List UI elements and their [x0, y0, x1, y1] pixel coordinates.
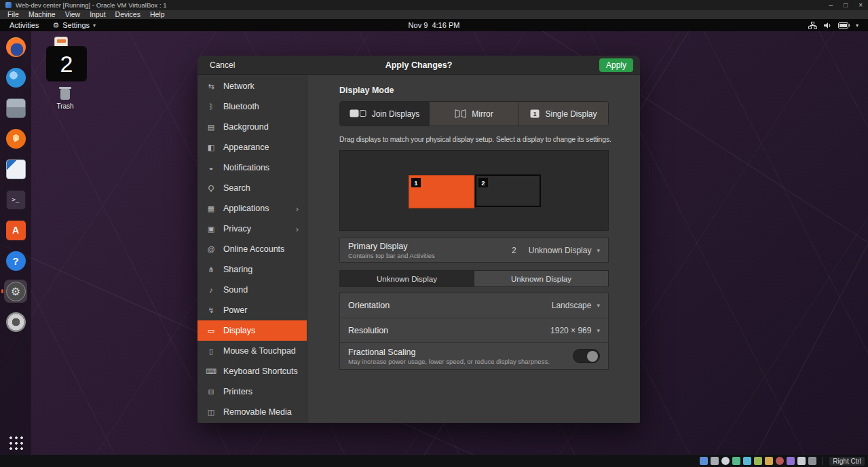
- trash-icon: [60, 89, 70, 100]
- toggle-knob: [587, 351, 598, 362]
- sidebar-item-displays[interactable]: ▭ Displays: [197, 320, 307, 341]
- monitor-1[interactable]: 1: [409, 175, 474, 208]
- orientation-row[interactable]: Orientation Landscape ▾: [340, 293, 608, 318]
- activities-button[interactable]: Activities: [0, 21, 48, 29]
- dock-firefox-icon[interactable]: [4, 35, 27, 58]
- status-network-icon[interactable]: [743, 457, 751, 465]
- fractional-scaling-label: Fractional Scaling: [348, 348, 550, 357]
- status-optical-disk-icon[interactable]: [721, 457, 730, 465]
- minimize-icon[interactable]: –: [829, 2, 833, 9]
- status-features-icon[interactable]: [787, 457, 795, 465]
- sidebar-item-keyboard-shortcuts[interactable]: ⌨ Keyboard Shortcuts: [197, 361, 307, 381]
- sidebar-item-online-accounts[interactable]: @ Online Accounts: [197, 239, 307, 259]
- primary-display-dropdown[interactable]: 2 Unknown Display ▾: [512, 246, 600, 255]
- gear-icon: ⚙: [52, 21, 59, 30]
- tab-unknown-display-1[interactable]: Unknown Display: [339, 270, 474, 287]
- menu-view[interactable]: View: [60, 10, 86, 19]
- sidebar-item-printers[interactable]: ⊟ Printers: [197, 381, 307, 402]
- sidebar-item-power[interactable]: ↯ Power: [197, 300, 307, 320]
- status-hard-disk-icon[interactable]: [711, 457, 719, 465]
- sidebar-item-notifications[interactable]: ◒ Notifications: [197, 157, 307, 178]
- sharing-icon: ⋔: [206, 265, 216, 274]
- dock-screenshot-icon[interactable]: [4, 310, 27, 333]
- sidebar-item-sharing[interactable]: ⋔ Sharing: [197, 259, 307, 280]
- dock-rhythmbox-icon[interactable]: ♪: [4, 127, 27, 150]
- resolution-dropdown[interactable]: 1920 × 969 ▾: [550, 326, 600, 335]
- single-display-button[interactable]: 1 Single Display: [518, 102, 608, 126]
- trash-desktop-icon[interactable]: Trash: [50, 89, 80, 110]
- sidebar-item-privacy[interactable]: ▣ Privacy ›: [197, 219, 307, 239]
- rhythmbox-icon: ♪: [6, 129, 26, 149]
- sidebar-item-background[interactable]: ▤ Background: [197, 117, 307, 137]
- displays-panel: Display Mode Join Displays: [307, 75, 640, 423]
- close-icon[interactable]: ×: [858, 2, 863, 9]
- gnome-topbar: Activities ⚙ Settings ▾ Nov 9 4:16 PM ▾: [0, 19, 868, 31]
- menu-help[interactable]: Help: [145, 10, 170, 19]
- sidebar-item-bluetooth[interactable]: ᛒ Bluetooth: [197, 96, 307, 117]
- status-usb-icon[interactable]: [754, 457, 762, 465]
- join-displays-button[interactable]: Join Displays: [340, 102, 429, 126]
- status-mouse-icon[interactable]: [797, 457, 806, 465]
- libreoffice-writer-icon: [6, 160, 26, 179]
- chevron-down-icon: ▾: [597, 247, 600, 254]
- removable-media-icon: ◫: [206, 408, 216, 417]
- sidebar-item-removable-media[interactable]: ◫ Removable Media: [197, 402, 307, 422]
- orientation-value: Landscape: [552, 301, 592, 310]
- system-menu[interactable]: ▾: [808, 22, 858, 29]
- monitor-2-badge: 2: [478, 178, 488, 187]
- sidebar-label: Printers: [223, 387, 252, 396]
- clock-button[interactable]: Nov 9 4:16 PM: [409, 21, 460, 29]
- sidebar-item-mouse-touchpad[interactable]: ▯ Mouse & Touchpad: [197, 341, 307, 361]
- status-keyboard-icon[interactable]: [808, 457, 816, 465]
- primary-display-number: 2: [512, 246, 516, 255]
- single-display-icon: 1: [530, 109, 540, 118]
- status-audio-icon[interactable]: [732, 457, 740, 465]
- settings-window: Cancel Apply Changes? Apply ⇆ Network ᛒ …: [197, 56, 640, 423]
- dialog-title: Apply Changes?: [385, 60, 453, 70]
- vbox-menubar: File Machine View Input Devices Help: [0, 10, 868, 19]
- vbox-titlebar: Web-dev center [Running] - Oracle VM Vir…: [0, 0, 868, 10]
- status-shared-folders-icon[interactable]: [765, 457, 773, 465]
- fractional-scaling-toggle[interactable]: [573, 349, 600, 363]
- status-display-icon[interactable]: [700, 457, 708, 465]
- svg-text:1: 1: [533, 111, 537, 117]
- tab-unknown-display-2[interactable]: Unknown Display: [474, 270, 609, 287]
- orientation-dropdown[interactable]: Landscape ▾: [552, 301, 600, 310]
- mirror-button[interactable]: Mirror: [429, 102, 518, 126]
- dock-libreoffice-writer-icon[interactable]: [4, 157, 27, 181]
- firefox-icon: [6, 37, 26, 57]
- status-recording-icon[interactable]: [776, 457, 784, 465]
- restore-icon[interactable]: □: [844, 2, 848, 9]
- show-applications-icon[interactable]: [7, 434, 24, 451]
- sidebar-label: Bluetooth: [223, 102, 259, 111]
- monitor-2[interactable]: 2: [475, 174, 541, 207]
- menu-devices[interactable]: Devices: [111, 10, 145, 19]
- background-icon: ▤: [206, 123, 216, 132]
- dock-files-icon[interactable]: [4, 96, 27, 119]
- apply-button[interactable]: Apply: [599, 58, 633, 72]
- menu-machine[interactable]: Machine: [24, 10, 60, 19]
- resolution-row[interactable]: Resolution 1920 × 969 ▾: [340, 318, 608, 342]
- search-icon: Ϙ: [206, 184, 216, 192]
- chevron-down-icon: ▾: [93, 22, 96, 29]
- dock-settings-icon[interactable]: ⚙: [4, 280, 27, 303]
- dock-terminal-icon[interactable]: >_: [4, 188, 27, 211]
- printer-icon: ⊟: [206, 388, 216, 396]
- host-key-indicator: Right Ctrl: [829, 457, 865, 466]
- display-mode-label: Display Mode: [339, 86, 609, 95]
- sidebar-item-appearance[interactable]: ◧ Appearance: [197, 137, 307, 157]
- app-menu-settings[interactable]: ⚙ Settings ▾: [48, 21, 100, 30]
- dock-ubuntu-software-icon[interactable]: A: [4, 219, 27, 242]
- sidebar-label: Power: [223, 305, 247, 315]
- primary-display-row[interactable]: Primary Display Contains top bar and Act…: [339, 238, 609, 263]
- cancel-button[interactable]: Cancel: [204, 58, 240, 72]
- sidebar-item-network[interactable]: ⇆ Network: [197, 76, 307, 96]
- dock: ♪ >_ A ? ⚙: [0, 31, 31, 455]
- menu-file[interactable]: File: [3, 10, 24, 19]
- sidebar-item-search[interactable]: Ϙ Search: [197, 178, 307, 198]
- dock-thunderbird-icon[interactable]: [4, 66, 27, 89]
- sidebar-item-applications[interactable]: ▦ Applications ›: [197, 198, 307, 219]
- sidebar-item-sound[interactable]: ♪ Sound: [197, 280, 307, 300]
- dock-help-icon[interactable]: ?: [4, 249, 27, 272]
- menu-input[interactable]: Input: [85, 10, 110, 19]
